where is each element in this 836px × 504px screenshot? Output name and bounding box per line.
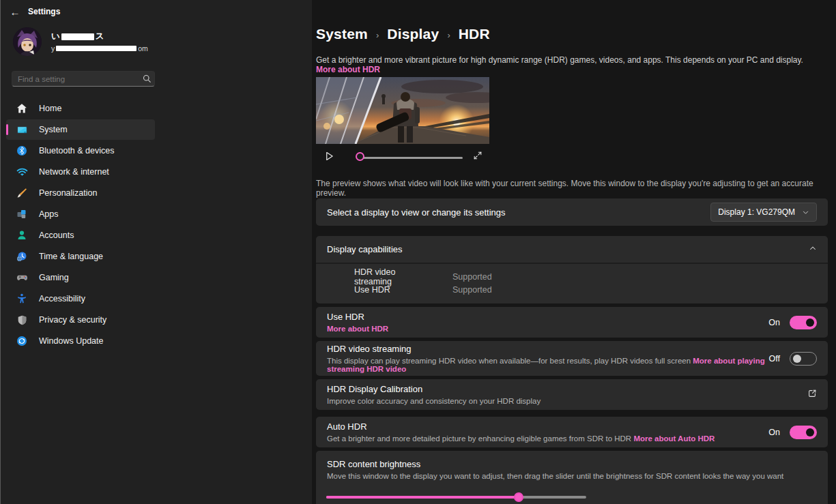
hdr-streaming-state: Off (769, 354, 780, 364)
back-button[interactable]: ← (5, 3, 25, 20)
display-select-label: Select a display to view or change its s… (327, 207, 506, 218)
hdr-video-streaming-card: HDR video streaming This display can pla… (316, 341, 828, 376)
slider-fill (326, 496, 519, 499)
user-name: いス (51, 31, 148, 42)
apps-icon (16, 208, 28, 220)
system-icon (16, 123, 28, 136)
capability-row: HDR video streaming Supported (354, 270, 828, 283)
more-about-hdr-link[interactable]: More about HDR (327, 325, 388, 333)
hdr-streaming-desc: This display can play streaming HDR vide… (327, 357, 769, 373)
toggle-knob (806, 318, 814, 327)
capabilities-title: Display capabilities (327, 244, 403, 254)
update-icon (16, 335, 28, 347)
video-controls (316, 150, 489, 165)
clock-globe-icon (16, 250, 28, 263)
wifi-icon (16, 166, 28, 178)
sidebar-item-apps[interactable]: Apps (6, 204, 155, 224)
sdr-brightness-thumb[interactable] (514, 492, 523, 502)
search-input[interactable] (12, 75, 139, 83)
sidebar-item-gaming[interactable]: Gaming (6, 267, 155, 288)
display-select-dropdown[interactable]: Display 1: VG279QM (710, 203, 817, 222)
sidebar-item-privacy-security[interactable]: Privacy & security (6, 310, 155, 330)
hdr-video-preview (316, 77, 489, 144)
settings-window: ← Settings いス yom (0, 0, 836, 504)
sdr-brightness-desc: Move this window to the display you want… (327, 472, 817, 480)
play-button[interactable] (324, 151, 334, 164)
page-description: Get a brighter and more vibrant picture … (316, 55, 821, 74)
breadcrumb-separator: › (447, 28, 450, 40)
sdr-brightness-title: SDR content brightness (327, 459, 817, 469)
window-title: Settings (28, 7, 60, 16)
hdr-calibration-card[interactable]: HDR Display Calibration Improve color ac… (316, 379, 828, 410)
sidebar-item-system[interactable]: System (6, 119, 155, 140)
sidebar-item-accessibility[interactable]: Accessibility (6, 288, 155, 309)
chevron-up-icon[interactable] (809, 244, 817, 254)
auto-hdr-state: On (768, 428, 780, 437)
redaction-block (61, 33, 94, 40)
auto-hdr-toggle[interactable] (790, 426, 817, 439)
use-hdr-toggle[interactable] (790, 316, 817, 329)
sidebar-nav: Home System Bluetooth & devices Network … (6, 98, 155, 352)
sidebar-item-time-language[interactable]: Time & language (6, 246, 155, 267)
user-profile[interactable]: いス yom (13, 27, 148, 56)
sidebar-item-bluetooth-devices[interactable]: Bluetooth & devices (6, 140, 155, 161)
use-hdr-title: Use HDR (327, 312, 388, 322)
use-hdr-state: On (768, 318, 780, 327)
search-box[interactable] (12, 71, 155, 87)
chevron-down-icon (802, 209, 809, 216)
sidebar: ← Settings いス yom (1, 0, 312, 504)
sdr-brightness-card: SDR content brightness Move this window … (316, 451, 828, 504)
shield-icon (16, 314, 28, 326)
main-pane: System › Display › HDR Get a brighter an… (312, 0, 836, 504)
use-hdr-card: Use HDR More about HDR On (316, 307, 828, 338)
sidebar-item-network-internet[interactable]: Network & internet (6, 162, 155, 182)
auto-hdr-card: Auto HDR Get a brighter and more detaile… (316, 417, 828, 447)
brush-icon (16, 187, 28, 199)
capability-value: Supported (452, 272, 492, 282)
capability-value: Supported (452, 285, 492, 295)
home-icon (16, 102, 28, 115)
selected-accent-bar (6, 124, 8, 135)
display-select-card: Select a display to view or change its s… (316, 198, 828, 226)
auto-hdr-desc: Get a brighter and more detailed picture… (327, 434, 715, 443)
toggle-knob (793, 355, 801, 363)
capability-row: Use HDR Supported (354, 283, 828, 296)
video-seek-thumb[interactable] (356, 152, 364, 161)
breadcrumb-system[interactable]: System (316, 26, 368, 42)
hdr-streaming-toggle[interactable] (790, 352, 817, 366)
user-email: yom (51, 44, 148, 53)
gamepad-icon (16, 271, 28, 284)
video-seek-slider[interactable] (357, 157, 463, 159)
toggle-knob (806, 428, 814, 436)
capabilities-body: HDR video streaming Supported Use HDR Su… (316, 264, 828, 303)
hdr-calibration-desc: Improve color accuracy and consistency o… (327, 397, 540, 405)
page-title: HDR (459, 26, 490, 42)
titlebar: ← Settings (1, 0, 312, 23)
bluetooth-icon (16, 145, 28, 157)
accessibility-icon (16, 293, 28, 305)
sidebar-item-personalization[interactable]: Personalization (6, 183, 155, 203)
breadcrumb-display[interactable]: Display (387, 26, 439, 42)
auto-hdr-title: Auto HDR (327, 421, 715, 432)
person-icon (16, 229, 28, 241)
more-about-hdr-link[interactable]: More about HDR (316, 65, 380, 74)
display-capabilities-card: Display capabilities HDR video streaming… (316, 236, 828, 303)
redaction-block (56, 46, 136, 51)
sidebar-item-windows-update[interactable]: Windows Update (6, 331, 155, 351)
avatar (13, 27, 42, 56)
sidebar-item-home[interactable]: Home (6, 98, 155, 119)
breadcrumb: System › Display › HDR (316, 26, 490, 42)
preview-note: The preview shows what video will look l… (316, 179, 824, 198)
search-icon (139, 74, 154, 83)
hdr-calibration-title: HDR Display Calibration (327, 384, 540, 394)
external-link-icon[interactable] (807, 389, 817, 400)
sidebar-item-accounts[interactable]: Accounts (6, 225, 155, 246)
sdr-brightness-slider[interactable] (326, 496, 586, 499)
fullscreen-icon[interactable] (473, 151, 482, 162)
hdr-streaming-title: HDR video streaming (327, 344, 769, 354)
breadcrumb-separator: › (376, 28, 379, 40)
more-about-auto-hdr-link[interactable]: More about Auto HDR (633, 434, 715, 443)
